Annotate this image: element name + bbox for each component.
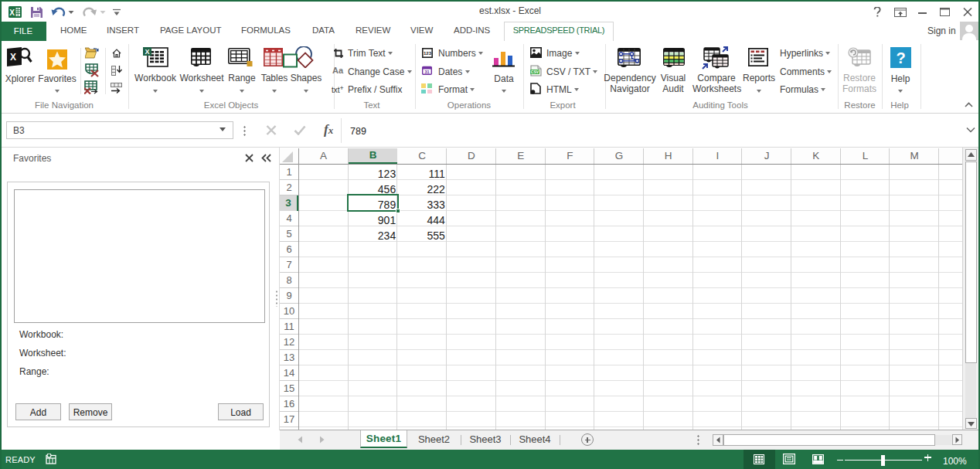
svg-text:CSV: CSV (531, 70, 539, 74)
svg-text:31: 31 (424, 70, 429, 74)
svg-text:123: 123 (424, 51, 432, 56)
svg-text:?: ? (896, 49, 905, 66)
svg-text:X: X (10, 52, 16, 63)
svg-text:X: X (145, 48, 149, 56)
svg-text:X: X (9, 8, 15, 17)
